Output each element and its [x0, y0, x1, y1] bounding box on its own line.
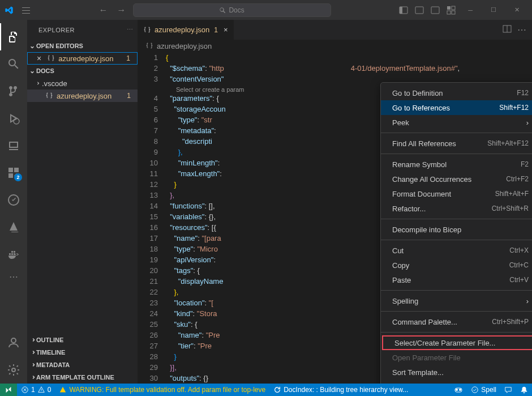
editor-area: azuredeploy.json 1 × ⋯ azuredeploy.json … — [138, 20, 532, 384]
sidebar-title: EXPLORER — [38, 27, 75, 33]
menu-item-label: Sort Template... — [392, 368, 444, 377]
problems-indicator[interactable]: 1 0 — [17, 384, 55, 396]
folder-vscode[interactable]: ⌄ .vscode — [27, 77, 138, 90]
menu-item[interactable]: Rename SymbolF2 — [381, 157, 532, 172]
open-editor-item[interactable]: × azuredeploy.json 1 — [27, 52, 138, 65]
activity-extensions[interactable]: 2 — [0, 159, 27, 186]
activity-bar: 2 ⋯ — [0, 20, 27, 384]
menu-item[interactable]: Decompile into Bicep — [381, 222, 532, 237]
layout-customize-icon[interactable] — [444, 5, 458, 16]
menu-item-label: Spelling — [392, 297, 418, 305]
menu-item[interactable]: Command Palette...Ctrl+Shift+P — [381, 314, 532, 329]
menu-item[interactable]: CopyCtrl+C — [381, 258, 532, 272]
copilot-status[interactable] — [450, 384, 467, 396]
layout-panel-bottom-icon[interactable] — [413, 5, 426, 16]
activity-docker[interactable] — [0, 241, 27, 268]
menu-item[interactable]: Peek› — [381, 115, 532, 130]
activity-settings[interactable] — [0, 356, 27, 384]
command-center[interactable]: Docs — [133, 3, 331, 17]
window-minimize-icon[interactable]: ─ — [460, 2, 480, 18]
svg-rect-6 — [447, 6, 451, 10]
menu-item-label: Refactor... — [392, 205, 426, 213]
metadata-section[interactable]: ⌄METADATA — [27, 359, 138, 371]
activity-testing[interactable] — [0, 186, 27, 214]
template-warning[interactable]: WARNING: Full template validation off. A… — [55, 384, 269, 396]
menu-separator — [381, 311, 532, 312]
menu-item[interactable]: Spelling› — [381, 293, 532, 308]
chevron-right-icon: ⌄ — [28, 362, 36, 368]
outline-section[interactable]: ⌄OUTLINE — [27, 334, 138, 346]
layout-panel-right-icon[interactable] — [428, 5, 442, 16]
chevron-down-icon: ⌄ — [29, 42, 35, 50]
nav-forward-icon[interactable]: → — [115, 5, 128, 15]
menu-item[interactable]: CutCtrl+X — [381, 243, 532, 258]
breadcrumb[interactable]: azuredeploy.json — [138, 40, 532, 52]
menu-item-label: Paste — [392, 276, 411, 284]
split-editor-icon[interactable] — [503, 24, 512, 35]
docindex-status[interactable]: DocIndex: : Building tree hierarchy view… — [269, 384, 412, 396]
menu-item-label: Decompile into Bicep — [392, 225, 461, 234]
window-close-icon[interactable]: ✕ — [507, 2, 527, 18]
menu-item-label: Open Parameter File — [392, 354, 461, 362]
activity-run-debug[interactable] — [0, 105, 27, 132]
menu-item[interactable]: Insert Item... — [381, 380, 532, 384]
file-azuredeploy[interactable]: azuredeploy.json 1 — [27, 90, 138, 102]
chevron-right-icon: ⌄ — [28, 374, 36, 380]
spell-status[interactable]: Spell — [467, 384, 500, 396]
activity-remote-explorer[interactable] — [0, 132, 27, 159]
chevron-right-icon: ⌄ — [28, 350, 36, 355]
command-center-text: Docs — [229, 6, 244, 14]
more-actions-icon[interactable]: ⋯ — [517, 24, 526, 35]
activity-source-control[interactable] — [0, 78, 27, 105]
menu-shortcut: Shift+F12 — [499, 104, 529, 112]
menu-item[interactable]: Sort Template... — [381, 365, 532, 380]
menu-item-label: Command Palette... — [392, 318, 457, 326]
menu-item[interactable]: Select/Create Parameter File... — [382, 335, 532, 350]
activity-accounts[interactable] — [0, 329, 27, 356]
json-icon — [143, 26, 151, 34]
menu-item[interactable]: Refactor...Ctrl+Shift+R — [381, 201, 532, 216]
activity-more-icon[interactable]: ⋯ — [0, 268, 27, 285]
activity-explorer[interactable] — [0, 23, 27, 50]
menu-item[interactable]: Find All ReferencesShift+Alt+F12 — [381, 136, 532, 151]
menu-shortcut: Ctrl+X — [509, 246, 529, 254]
arm-outline-section[interactable]: ⌄ARM TEMPLATE OUTLINE — [27, 371, 138, 384]
svg-point-12 — [11, 338, 16, 343]
menu-item-label: Rename Symbol — [392, 160, 447, 169]
menu-item-label: Copy — [392, 261, 409, 270]
json-icon — [45, 92, 53, 100]
feedback-icon[interactable] — [500, 384, 516, 396]
window-maximize-icon[interactable]: ☐ — [483, 2, 504, 18]
vscode-logo-icon — [5, 6, 14, 15]
activity-azure[interactable] — [0, 214, 27, 241]
sidebar-more-icon[interactable]: ⋯ — [127, 26, 134, 33]
activity-search[interactable] — [0, 50, 27, 78]
editor-tab[interactable]: azuredeploy.json 1 × — [138, 20, 234, 40]
menu-item[interactable]: Go to ReferencesShift+F12 — [381, 100, 532, 115]
menu-icon[interactable] — [22, 6, 31, 15]
menu-item[interactable]: Change All OccurrencesCtrl+F2 — [381, 172, 532, 186]
notifications-icon[interactable] — [516, 384, 532, 396]
nav-back-icon[interactable]: ← — [97, 5, 110, 15]
menu-separator — [381, 133, 532, 133]
svg-rect-3 — [415, 11, 423, 14]
close-icon[interactable]: × — [37, 54, 41, 63]
open-editors-section[interactable]: ⌄ OPEN EDITORS — [27, 40, 138, 52]
svg-point-21 — [472, 387, 478, 393]
menu-shortcut: Ctrl+Shift+P — [492, 318, 529, 326]
menu-separator — [381, 290, 532, 291]
json-icon — [145, 42, 153, 50]
menu-shortcut: Ctrl+Shift+R — [492, 205, 529, 212]
menu-shortcut: Ctrl+F2 — [506, 175, 529, 183]
workspace-section[interactable]: ⌄ DOCS — [27, 65, 138, 77]
timeline-section[interactable]: ⌄TIMELINE — [27, 346, 138, 359]
layout-panel-left-icon[interactable] — [397, 5, 410, 16]
menu-separator — [381, 332, 532, 333]
menu-item[interactable]: Format DocumentShift+Alt+F — [381, 186, 532, 201]
menu-item[interactable]: Go to DefinitionF12 — [381, 86, 532, 100]
menu-item[interactable]: PasteCtrl+V — [381, 272, 532, 287]
remote-indicator[interactable] — [0, 384, 17, 396]
menu-item-label: Cut — [392, 246, 404, 255]
svg-rect-8 — [447, 11, 451, 14]
close-icon[interactable]: × — [224, 25, 228, 34]
